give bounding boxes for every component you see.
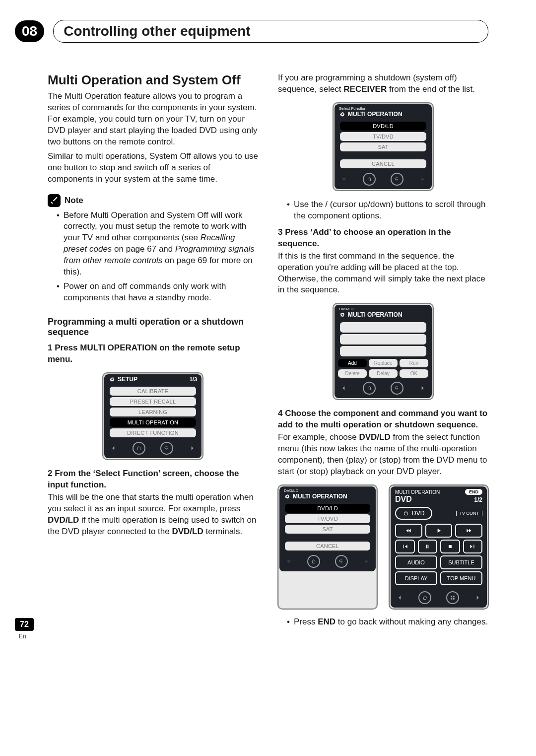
back-icon[interactable] [391,173,403,186]
step-3-title: 3 Press ‘Add’ to choose an operation in … [278,227,488,250]
menu-item[interactable]: TV/DVD [340,132,426,141]
svg-rect-5 [453,598,455,600]
ok-button[interactable]: OK [400,369,428,378]
arrow-left-icon[interactable] [110,444,118,452]
empty-slot [340,322,426,333]
arrow-right-icon[interactable] [473,594,481,602]
cancel-button[interactable]: CANCEL [285,542,370,550]
audio-button[interactable]: AUDIO [395,555,437,569]
text: Use the [294,200,325,209]
prev-track-button[interactable] [395,540,415,553]
empty-slot [340,346,426,356]
bold-text: DVD/LD [172,527,203,536]
dvd-page-indicator: 1/2 [474,496,482,503]
menu-item[interactable]: TV/DVD [285,514,370,523]
note-icon [48,194,61,207]
right-column: If you are programming a shutdown (syste… [278,72,488,631]
home-icon[interactable] [307,555,320,568]
menu-item-selected[interactable]: DVD/LD [340,122,426,131]
step-2-title: 2 From the ‘Select Function’ screen, cho… [48,468,258,491]
tv-cont-label: TV CONT [456,511,483,516]
step-2-body: This will be the one that starts the mul… [48,492,258,538]
bold-text: END [318,617,335,626]
home-icon[interactable] [363,382,376,395]
cancel-button[interactable]: CANCEL [340,159,426,168]
subsection-title: Programming a multi operation or a shutd… [48,317,258,338]
chapter-title: Controlling other equipment [53,20,488,43]
display-button[interactable]: DISPLAY [395,571,437,585]
note-heading: Note [48,194,258,207]
rewind-button[interactable] [395,524,422,538]
text: on page 67 and [114,244,175,254]
dvd-title: DVD [395,495,412,504]
menu-item[interactable]: SAT [340,142,426,151]
left-column: Multi Operation and System Off The Multi… [48,72,258,631]
gear-icon [109,376,116,383]
top-menu-button[interactable]: TOP MENU [440,571,482,585]
svg-rect-3 [453,596,455,598]
menu-item[interactable]: PRESET RECALL [110,397,196,406]
arrow-up-icon[interactable] [418,175,426,183]
add-button[interactable]: Add [338,359,367,367]
run-button[interactable]: Run [400,359,428,367]
text: Press [294,617,318,626]
arrow-down-icon[interactable] [340,175,348,183]
menu-grid-icon[interactable] [446,591,459,604]
home-icon[interactable] [133,442,145,455]
note-bullet: Before Multi Operation and System Off wi… [57,210,258,278]
subtitle-button[interactable]: SUBTITLE [440,555,482,569]
arrow-left-icon[interactable] [396,594,404,602]
stop-button[interactable] [440,540,460,553]
menu-item[interactable]: LEARNING [110,408,196,416]
delete-button[interactable]: Delete [338,369,367,378]
menu-item-selected[interactable]: DVD/LD [285,504,370,513]
lcd-title: SETUP [118,376,137,383]
home-icon[interactable] [418,591,431,604]
tip-bullet: Press END to go back without making any … [287,617,488,628]
page-number: 72 [15,618,34,631]
lcd-title: MULTI OPERATION [293,493,347,500]
arrow-left-icon[interactable] [340,384,348,392]
back-icon[interactable] [391,382,403,395]
delay-button[interactable]: Delay [369,369,398,378]
end-badge[interactable]: END [465,489,482,495]
menu-item[interactable]: CALIBRATE [110,387,196,396]
text: from the end of the list. [389,84,475,94]
note-bullet: Power on and off commands only work with… [57,281,258,304]
home-icon[interactable] [363,173,376,186]
menu-item[interactable]: SAT [285,525,370,534]
remote-screen-select-function-2: DVD/LD MULTI OPERATION DVD/LD TV/DVD SAT [277,484,378,610]
back-icon[interactable] [335,555,348,568]
lcd-page-indicator: 1/3 [190,376,197,382]
arrow-down-icon[interactable] [285,557,293,565]
next-track-button[interactable] [463,540,483,553]
step-4-body: For example, choose DVD/LD from the sele… [278,432,488,478]
gear-icon [339,311,346,318]
section-title: Multi Operation and System Off [48,72,258,88]
gear-icon [339,111,346,118]
pause-button[interactable] [418,540,438,553]
replace-button[interactable]: Replace [369,359,398,367]
remote-screen-setup: SETUP 1/3 CALIBRATE PRESET RECALL LEARNI… [102,372,203,460]
menu-item-selected[interactable]: MULTI OPERATION [110,418,196,427]
svg-rect-1 [449,545,452,548]
arrow-right-icon[interactable] [418,384,426,392]
step-4-title: 4 Choose the component and command you w… [278,408,488,431]
svg-rect-2 [451,596,452,598]
menu-item[interactable]: DIRECT FUNCTION [110,428,196,437]
note-label: Note [65,196,83,206]
arrow-right-icon[interactable] [188,444,196,452]
lcd-breadcrumb: Select Function [336,106,430,111]
dvd-power-button[interactable]: DVD [395,507,432,520]
play-button[interactable] [425,524,453,538]
fast-forward-button[interactable] [455,524,482,538]
lcd-title: MULTI OPERATION [348,111,402,118]
chapter-number: 08 [15,20,44,42]
tip-bullet: Use the / (cursor up/down) buttons to sc… [287,199,488,222]
remote-screen-select-function: Select Function MULTI OPERATION DVD/LD T… [333,102,434,191]
back-icon[interactable] [160,442,173,455]
step-1-title: 1 Press MULTI OPERATION on the remote se… [48,343,258,365]
step-3-body: If this is the first command in the sequ… [278,251,488,296]
text: DVD [412,510,424,517]
arrow-up-icon[interactable] [362,557,370,565]
